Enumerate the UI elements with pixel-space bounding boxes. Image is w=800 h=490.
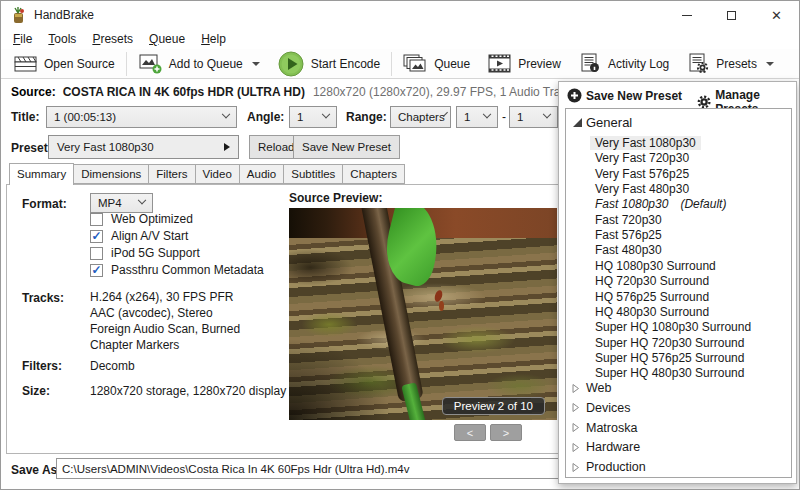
tab-subtitles[interactable]: Subtitles [283, 164, 343, 184]
menu-item-file[interactable]: File [5, 30, 40, 48]
open-source-button[interactable]: Open Source [5, 50, 124, 78]
tree-node-label: Devices [586, 401, 630, 415]
preset-item[interactable]: HQ 720p30 Surround [595, 274, 709, 288]
menu-item-tools[interactable]: Tools [40, 30, 84, 48]
title-bar: HandBrake ✕ [1, 1, 799, 29]
tree-node-general[interactable]: General [573, 115, 632, 130]
range-type-select[interactable]: Chapters [390, 106, 451, 128]
preview-button[interactable]: Preview [479, 50, 570, 78]
unchecked-checkbox[interactable] [90, 213, 103, 226]
tab-filters[interactable]: Filters [148, 164, 195, 184]
tab-audio[interactable]: Audio [239, 164, 284, 184]
preview-prev-button[interactable]: < [454, 424, 486, 441]
preset-item[interactable]: Super HQ 1080p30 Surround [595, 320, 751, 334]
panel-save-new-preset-button[interactable]: Save New Preset [567, 88, 682, 103]
preset-item[interactable]: Super HQ 576p25 Surround [595, 351, 744, 365]
checkbox-row: ✓Passthru Common Metadata [90, 263, 264, 277]
menu-item-queue[interactable]: Queue [141, 30, 193, 48]
add-to-queue-button[interactable]: Add to Queue [129, 50, 269, 78]
preset-item[interactable]: Super HQ 480p30 Surround [595, 366, 744, 380]
menu-item-presets[interactable]: Presets [84, 30, 141, 48]
preset-item-label: Super HQ 720p30 Surround [595, 336, 744, 350]
preset-label: Preset: [11, 141, 52, 155]
filters-label: Filters: [22, 359, 62, 373]
close-icon: ✕ [771, 9, 782, 22]
tree-node-production[interactable]: Production [571, 460, 646, 474]
preset-item[interactable]: Very Fast 720p30 [595, 151, 689, 165]
tree-node-label: Production [586, 460, 646, 474]
chevron-down-icon [252, 62, 260, 66]
presets-toolbar-button[interactable]: Presets [678, 50, 783, 78]
range-from-select[interactable]: 1 [456, 106, 498, 128]
preset-item-label: HQ 576p25 Surround [595, 290, 709, 304]
angle-select[interactable]: 1 [289, 106, 337, 128]
preset-item[interactable]: Fast 480p30 [595, 243, 662, 257]
range-label: Range: [346, 110, 387, 124]
preview-icon [488, 54, 511, 73]
unchecked-checkbox[interactable] [90, 247, 103, 260]
start-encode-label: Start Encode [311, 57, 380, 71]
queue-icon [403, 54, 427, 74]
preset-item[interactable]: Very Fast 1080p30 [595, 136, 701, 150]
queue-button[interactable]: Queue [394, 50, 479, 78]
preset-item[interactable]: Fast 720p30 [595, 213, 662, 227]
preset-item[interactable]: Super HQ 720p30 Surround [595, 336, 744, 350]
tree-node-label: Web [586, 381, 611, 395]
chevron-down-icon [222, 110, 230, 118]
chevron-collapsed-icon [571, 384, 580, 393]
tab-chapters[interactable]: Chapters [342, 164, 405, 184]
preset-dropdown[interactable]: Very Fast 1080p30 [48, 135, 239, 159]
range-type-value: Chapters [398, 111, 445, 123]
preset-item[interactable]: Very Fast 480p30 [595, 182, 689, 196]
format-select[interactable]: MP4 [90, 193, 153, 213]
preset-item-label: Fast 576p25 [595, 228, 662, 242]
preset-item[interactable]: Fast 1080p30(Default) [595, 197, 726, 211]
preset-item[interactable]: HQ 480p30 Surround [595, 305, 709, 319]
chevron-collapsed-icon [571, 423, 580, 432]
range-to-select[interactable]: 1 [509, 106, 558, 128]
tab-dimensions[interactable]: Dimensions [73, 164, 149, 184]
chevron-down-icon [322, 110, 330, 118]
tree-node-label: Matroska [586, 421, 637, 435]
checkbox-label: Align A/V Start [111, 229, 188, 243]
tree-node-hardware[interactable]: Hardware [571, 440, 640, 454]
save-as-label: Save As: [11, 463, 61, 477]
preset-item[interactable]: Fast 576p25 [595, 228, 662, 242]
preset-item[interactable]: Very Fast 576p25 [595, 167, 689, 181]
checked-checkbox[interactable]: ✓ [90, 230, 103, 243]
title-select[interactable]: 1 (00:05:13) [46, 106, 237, 128]
activity-log-button[interactable]: Activity Log [570, 50, 678, 78]
tree-node-matroska[interactable]: Matroska [571, 421, 637, 435]
handbrake-logo-icon [10, 7, 27, 24]
range-separator: - [502, 110, 506, 124]
size-value: 1280x720 storage, 1280x720 display [90, 384, 286, 398]
start-encode-button[interactable]: Start Encode [269, 50, 389, 78]
chevron-collapsed-icon [571, 403, 580, 412]
tree-node-web[interactable]: Web [571, 381, 611, 395]
tab-bar: SummaryDimensionsFiltersVideoAudioSubtit… [9, 164, 405, 186]
save-new-preset-button[interactable]: Save New Preset [293, 135, 400, 159]
open-source-icon [14, 54, 37, 74]
preset-dropdown-value: Very Fast 1080p30 [57, 141, 154, 153]
filters-value: Decomb [90, 359, 135, 373]
preview-next-button[interactable]: > [490, 424, 522, 441]
tab-summary[interactable]: Summary [9, 163, 74, 185]
chevron-right-icon [224, 143, 230, 151]
preset-item[interactable]: HQ 1080p30 Surround [595, 259, 716, 273]
add-to-queue-label: Add to Queue [169, 57, 243, 71]
tree-node-label: Hardware [586, 440, 640, 454]
minimize-button[interactable] [664, 1, 709, 29]
preset-item[interactable]: HQ 576p25 Surround [595, 290, 709, 304]
toolbar: Open Source Add to Queue Start Encode [1, 49, 799, 79]
tree-node-devices[interactable]: Devices [571, 401, 630, 415]
preset-item-label: Very Fast 480p30 [595, 182, 689, 196]
maximize-button[interactable] [709, 1, 754, 29]
close-button[interactable]: ✕ [754, 1, 799, 29]
checked-checkbox[interactable]: ✓ [90, 264, 103, 277]
tab-video[interactable]: Video [195, 164, 240, 184]
menu-item-help[interactable]: Help [193, 30, 234, 48]
preset-item-label: Very Fast 576p25 [595, 167, 689, 181]
preview-count-badge: Preview 2 of 10 [442, 397, 545, 415]
preset-item-label: Super HQ 480p30 Surround [595, 366, 744, 380]
source-label: Source: [11, 85, 56, 99]
